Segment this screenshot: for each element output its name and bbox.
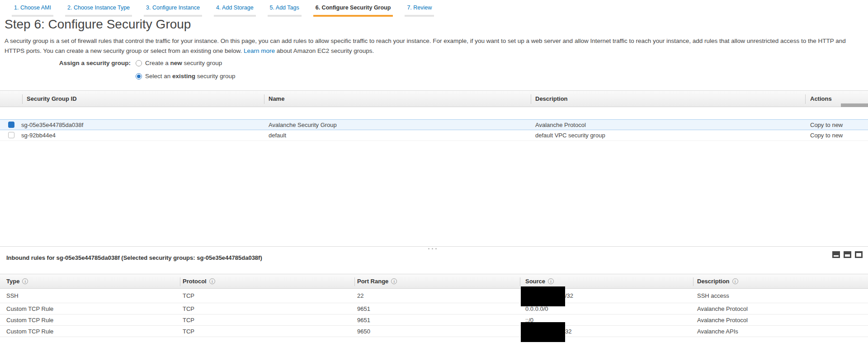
pane-half-icon[interactable] xyxy=(844,251,851,258)
info-icon[interactable] xyxy=(22,278,28,284)
security-groups-table-header: Security Group ID Name Description Actio… xyxy=(0,90,868,107)
source-suffix: /32 xyxy=(565,292,573,299)
radio-create-new[interactable] xyxy=(136,60,142,66)
horizontal-scrollbar-thumb[interactable] xyxy=(841,103,868,107)
assign-security-group-form: Assign a security group: Create a new se… xyxy=(0,57,236,84)
tab-add-tags[interactable]: 5. Add Tags xyxy=(268,5,302,17)
table-row-sg-avalanche[interactable]: sg-05e35e44785da038f Avalanche Security … xyxy=(0,119,868,130)
info-icon[interactable] xyxy=(732,278,738,284)
description-suffix: about Amazon EC2 security groups. xyxy=(277,47,374,54)
radio-select-existing[interactable] xyxy=(136,73,142,80)
header-label: Type xyxy=(6,278,19,285)
assign-security-group-label: Assign a security group: xyxy=(0,60,136,66)
checkbox-checked[interactable] xyxy=(8,122,14,128)
info-icon[interactable] xyxy=(548,278,554,284)
redacted-source-ip xyxy=(521,322,565,342)
tab-configure-security-group[interactable]: 6. Configure Security Group xyxy=(313,5,393,17)
tab-add-storage[interactable]: 4. Add Storage xyxy=(214,5,256,17)
radio-label-bold: existing xyxy=(172,73,195,80)
checkbox-unchecked[interactable] xyxy=(8,132,14,138)
cell-type: Custom TCP Rule xyxy=(6,326,53,337)
cell-security-group-id: sg-05e35e44785da038f xyxy=(21,120,83,130)
cell-type: Custom TCP Rule xyxy=(6,303,53,314)
header-port-range: Port Range xyxy=(357,274,397,289)
cell-type: SSH xyxy=(6,289,19,303)
column-divider xyxy=(22,94,23,104)
header-description: Description xyxy=(697,274,738,289)
bottom-pane-view-controls xyxy=(832,251,863,258)
header-label: Source xyxy=(525,278,545,285)
copy-to-new-link[interactable]: Copy to new xyxy=(810,130,843,141)
tab-choose-ami[interactable]: 1. Choose AMI xyxy=(12,5,53,17)
radio-label-bold: new xyxy=(170,60,182,66)
cell-type: Custom TCP Rule xyxy=(6,314,53,326)
cell-description: default VPC security group xyxy=(535,130,605,141)
radio-select-existing-label[interactable]: Select an existing security group xyxy=(145,73,236,80)
redacted-source-ip xyxy=(521,286,565,306)
page-description: A security group is a set of firewall ru… xyxy=(5,36,853,56)
cell-security-group-id: sg-92bb44e4 xyxy=(21,130,56,141)
pane-collapse-icon[interactable] xyxy=(832,251,840,258)
radio-option-select-existing-row: Select an existing security group xyxy=(0,70,236,82)
radio-label-text: security group xyxy=(182,60,222,66)
pane-resize-handle[interactable] xyxy=(428,248,437,249)
pane-divider xyxy=(0,246,868,247)
tab-review[interactable]: 7. Review xyxy=(405,5,434,17)
radio-create-new-label[interactable]: Create a new security group xyxy=(145,60,222,66)
description-text: A security group is a set of firewall ru… xyxy=(5,38,846,54)
info-icon[interactable] xyxy=(391,278,397,284)
security-groups-table: Security Group ID Name Description Actio… xyxy=(0,90,868,145)
learn-more-link[interactable]: Learn more xyxy=(244,47,275,54)
inbound-rule-row: SSH TCP 22 /32 SSH access xyxy=(0,289,868,303)
cell-port-range: 9650 xyxy=(357,326,370,337)
radio-label-text: Create a xyxy=(145,60,170,66)
cell-source: 32 xyxy=(525,326,571,337)
table-row-sg-default[interactable]: sg-92bb44e4 default default VPC security… xyxy=(0,130,868,141)
radio-label-text: Select an xyxy=(145,73,172,80)
header-description: Description xyxy=(535,91,568,107)
cell-port-range: 22 xyxy=(357,289,363,303)
header-type: Type xyxy=(6,274,28,289)
inbound-rule-row: Custom TCP Rule TCP 9651 0.0.0.0/0 Avala… xyxy=(0,303,868,314)
column-divider xyxy=(693,277,693,286)
cell-port-range: 9651 xyxy=(357,314,370,326)
cell-description: Avalanche Protocol xyxy=(697,314,748,326)
ec2-launch-wizard-page: 1. Choose AMI 2. Choose Instance Type 3.… xyxy=(0,0,868,347)
info-icon[interactable] xyxy=(209,278,215,284)
header-label: Protocol xyxy=(183,278,207,285)
drag-dot xyxy=(432,248,433,249)
column-divider xyxy=(531,94,531,104)
header-protocol: Protocol xyxy=(183,274,215,289)
column-divider xyxy=(180,277,180,286)
source-suffix: 32 xyxy=(565,328,571,335)
cell-description: Avalanche Protocol xyxy=(697,303,748,314)
radio-option-create-new-row: Assign a security group: Create a new se… xyxy=(0,57,236,69)
tab-choose-instance-type[interactable]: 2. Choose Instance Type xyxy=(65,5,132,17)
tab-configure-instance[interactable]: 3. Configure Instance xyxy=(144,5,202,17)
header-label: Description xyxy=(697,278,730,285)
header-label: Port Range xyxy=(357,278,388,285)
page-title: Step 6: Configure Security Group xyxy=(5,17,191,32)
drag-dot xyxy=(428,248,429,249)
cell-source: /32 xyxy=(525,289,573,303)
inbound-rules-table-header: Type Protocol Port Range Source Descript… xyxy=(0,274,868,289)
header-name: Name xyxy=(269,91,284,107)
column-divider xyxy=(354,277,355,286)
cell-port-range: 9651 xyxy=(357,303,370,314)
cell-description: Avalanche Protocol xyxy=(535,120,586,130)
pane-expand-icon[interactable] xyxy=(855,251,863,258)
cell-protocol: TCP xyxy=(183,289,194,303)
radio-label-text: security group xyxy=(195,73,236,80)
inbound-rule-row: Custom TCP Rule TCP 9651 ::/0 Avalanche … xyxy=(0,314,868,326)
inbound-rule-row: Custom TCP Rule TCP 9650 32 Avalanche AP… xyxy=(0,326,868,337)
cell-name: Avalanche Security Group xyxy=(269,120,337,130)
cell-protocol: TCP xyxy=(183,303,194,314)
header-security-group-id: Security Group ID xyxy=(27,91,77,107)
drag-dot xyxy=(435,248,437,249)
cell-name: default xyxy=(269,130,286,141)
column-divider xyxy=(805,94,806,104)
wizard-step-tabs: 1. Choose AMI 2. Choose Instance Type 3.… xyxy=(12,5,434,17)
cell-description: SSH access xyxy=(697,289,729,303)
copy-to-new-link[interactable]: Copy to new xyxy=(810,120,843,130)
inbound-rules-title: Inbound rules for sg-05e35e44785da038f (… xyxy=(6,254,262,261)
